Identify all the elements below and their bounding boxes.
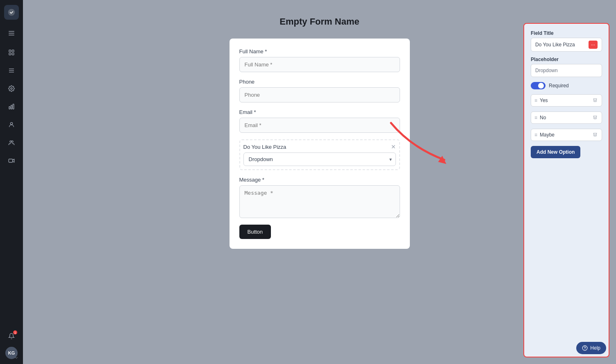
sidebar-item-users[interactable] bbox=[4, 117, 19, 132]
svg-rect-12 bbox=[9, 107, 10, 109]
svg-rect-14 bbox=[13, 104, 14, 109]
sidebar-item-dashboard[interactable] bbox=[4, 45, 19, 60]
option-value-maybe: Maybe bbox=[540, 132, 589, 138]
input-phone[interactable] bbox=[239, 87, 400, 102]
field-title-label: Field Title bbox=[531, 30, 602, 36]
svg-point-17 bbox=[11, 141, 13, 142]
sidebar: 1 KG bbox=[0, 0, 23, 364]
required-row: Required bbox=[531, 82, 602, 89]
option-item-maybe: ≡ Maybe bbox=[531, 129, 602, 141]
avatar[interactable]: KG bbox=[5, 347, 18, 359]
field-message: Message * bbox=[239, 177, 400, 218]
label-message: Message * bbox=[239, 177, 400, 183]
label-email: Email * bbox=[239, 109, 400, 115]
form-title: Empty Form Name bbox=[230, 16, 410, 27]
field-title-input: Do You Like Pizza ··· bbox=[531, 38, 602, 52]
sidebar-item-video[interactable] bbox=[4, 153, 19, 168]
sidebar-item-group[interactable] bbox=[4, 135, 19, 150]
form-container: Empty Form Name Full Name * Phone Email … bbox=[230, 16, 410, 348]
field-title-value: Do You Like Pizza bbox=[535, 42, 589, 48]
field-title-section: Field Title Do You Like Pizza ··· bbox=[531, 30, 602, 52]
form-card: Full Name * Phone Email * Do You Like Pi bbox=[230, 39, 410, 249]
notification-bell[interactable]: 1 bbox=[4, 329, 19, 344]
label-phone: Phone bbox=[239, 79, 400, 85]
input-message[interactable] bbox=[239, 185, 400, 218]
sidebar-item-list[interactable] bbox=[4, 63, 19, 78]
toggle-dot bbox=[538, 83, 544, 89]
svg-rect-6 bbox=[9, 53, 11, 55]
svg-point-15 bbox=[10, 123, 12, 125]
option-item-no: ≡ No bbox=[531, 111, 602, 124]
right-panel: Field Title Do You Like Pizza ··· Placeh… bbox=[523, 23, 609, 357]
placeholder-value: Dropdown bbox=[531, 64, 602, 77]
svg-point-0 bbox=[8, 9, 15, 16]
required-toggle[interactable] bbox=[531, 82, 546, 89]
dropdown-wrapper: Dropdown ▾ bbox=[243, 152, 396, 166]
svg-marker-19 bbox=[438, 156, 446, 164]
field-dropdown[interactable]: Do You Like Pizza ✕ Dropdown ▾ bbox=[239, 139, 400, 170]
svg-rect-5 bbox=[12, 50, 14, 52]
drag-icon-yes[interactable]: ≡ bbox=[534, 98, 537, 103]
field-phone: Phone bbox=[239, 79, 400, 102]
option-value-yes: Yes bbox=[540, 98, 589, 103]
required-label: Required bbox=[549, 83, 569, 89]
input-email[interactable] bbox=[239, 118, 400, 133]
field-email: Email * bbox=[239, 109, 400, 133]
input-full-name[interactable] bbox=[239, 57, 400, 72]
option-item-yes: ≡ Yes bbox=[531, 94, 602, 107]
field-full-name: Full Name * bbox=[239, 48, 400, 72]
svg-point-11 bbox=[11, 88, 12, 89]
dropdown-header: Do You Like Pizza ✕ bbox=[243, 143, 396, 150]
dropdown-title-text: Do You Like Pizza bbox=[243, 144, 286, 150]
sidebar-item-settings[interactable] bbox=[4, 81, 19, 96]
option-delete-yes[interactable] bbox=[592, 97, 598, 104]
main-area: Empty Form Name Full Name * Phone Email … bbox=[23, 0, 616, 364]
svg-rect-7 bbox=[12, 53, 14, 55]
content-area: Empty Form Name Full Name * Phone Email … bbox=[23, 0, 616, 364]
svg-rect-18 bbox=[9, 159, 12, 162]
app-logo[interactable] bbox=[4, 5, 19, 20]
field-title-edit-button[interactable]: ··· bbox=[589, 41, 598, 49]
placeholder-section: Placeholder Dropdown bbox=[531, 57, 602, 77]
drag-icon-maybe[interactable]: ≡ bbox=[534, 132, 537, 138]
sidebar-item-chart[interactable] bbox=[4, 99, 19, 114]
placeholder-label: Placeholder bbox=[531, 57, 602, 62]
menu-icon[interactable] bbox=[5, 26, 18, 42]
drag-icon-no[interactable]: ≡ bbox=[534, 115, 537, 121]
option-delete-no[interactable] bbox=[592, 114, 598, 121]
option-delete-maybe[interactable] bbox=[592, 132, 598, 138]
svg-rect-13 bbox=[11, 105, 12, 109]
dropdown-close-icon[interactable]: ✕ bbox=[391, 143, 396, 150]
add-option-button[interactable]: Add New Option bbox=[531, 146, 580, 158]
dropdown-select[interactable]: Dropdown bbox=[243, 152, 396, 166]
svg-rect-4 bbox=[9, 50, 11, 52]
notification-count: 1 bbox=[13, 330, 17, 334]
help-button[interactable]: Help bbox=[576, 342, 606, 354]
form-submit-button[interactable]: Button bbox=[239, 225, 271, 239]
option-value-no: No bbox=[540, 115, 589, 121]
label-full-name: Full Name * bbox=[239, 48, 400, 55]
